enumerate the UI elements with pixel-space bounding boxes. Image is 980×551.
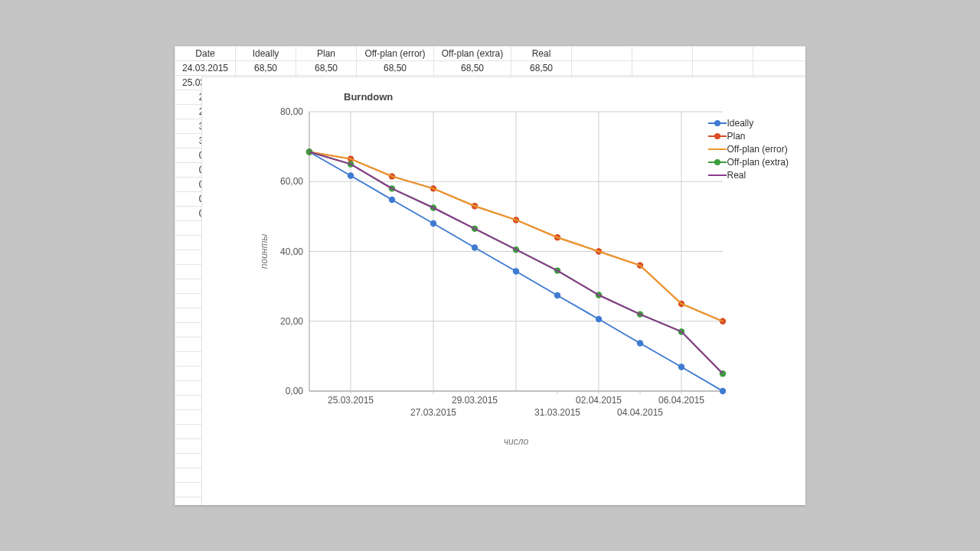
stage: DateIdeallyPlanOff-plan (error)Off-plan … xyxy=(0,0,980,551)
legend-swatch xyxy=(707,119,727,128)
legend-label: Plan xyxy=(727,131,746,142)
svg-point-18 xyxy=(348,172,354,178)
chart-legend: Ideally Plan Off-plan (error) Off-plan (… xyxy=(707,116,789,183)
svg-text:20,00: 20,00 xyxy=(280,316,303,327)
svg-text:60,00: 60,00 xyxy=(280,176,303,187)
legend-item[interactable]: Ideally xyxy=(707,118,789,129)
legend-label: Off-plan (extra) xyxy=(727,157,789,168)
table-cell[interactable]: 68,50 xyxy=(434,61,511,76)
legend-item[interactable]: Off-plan (extra) xyxy=(707,157,789,168)
svg-point-23 xyxy=(554,292,560,298)
table-cell[interactable]: 68,50 xyxy=(357,61,434,76)
svg-point-69 xyxy=(714,133,720,139)
legend-item[interactable]: Off-plan (error) xyxy=(707,144,789,155)
legend-swatch xyxy=(707,171,727,180)
svg-text:27.03.2015: 27.03.2015 xyxy=(410,407,456,418)
svg-text:31.03.2015: 31.03.2015 xyxy=(534,407,580,418)
legend-item[interactable]: Real xyxy=(707,170,789,181)
table-cell[interactable] xyxy=(753,61,806,76)
svg-text:04.04.2015: 04.04.2015 xyxy=(617,407,663,418)
table-cell[interactable] xyxy=(693,61,753,76)
svg-point-26 xyxy=(678,364,684,370)
svg-point-22 xyxy=(513,268,519,274)
table-header-cell[interactable]: Ideally xyxy=(236,47,296,61)
svg-text:40,00: 40,00 xyxy=(280,246,303,257)
table-header-cell[interactable] xyxy=(693,47,753,61)
table-header-cell[interactable]: Real xyxy=(511,47,572,61)
svg-text:поинты: поинты xyxy=(259,234,270,269)
table-cell[interactable]: 68,50 xyxy=(296,61,357,76)
table-header-cell[interactable]: Date xyxy=(175,47,236,61)
svg-point-21 xyxy=(472,244,478,250)
table-header-cell[interactable] xyxy=(753,47,806,61)
table-cell[interactable]: 68,50 xyxy=(511,61,572,76)
legend-swatch xyxy=(707,145,727,154)
table-cell[interactable] xyxy=(632,61,693,76)
spreadsheet-sheet: DateIdeallyPlanOff-plan (error)Off-plan … xyxy=(175,46,805,505)
svg-text:29.03.2015: 29.03.2015 xyxy=(452,395,498,406)
legend-label: Real xyxy=(727,170,746,181)
chart-plot: 0,0020,0040,0060,0080,0025.03.201529.03.… xyxy=(248,100,776,483)
legend-item[interactable]: Plan xyxy=(707,131,789,142)
svg-point-67 xyxy=(714,120,720,126)
table-header-cell[interactable] xyxy=(572,47,632,61)
svg-text:25.03.2015: 25.03.2015 xyxy=(328,395,374,406)
legend-swatch xyxy=(707,132,727,141)
svg-point-25 xyxy=(637,340,643,346)
legend-label: Ideally xyxy=(727,118,754,129)
svg-text:80,00: 80,00 xyxy=(280,106,303,117)
table-header-cell[interactable] xyxy=(632,47,693,61)
svg-point-20 xyxy=(430,220,436,227)
table-cell[interactable]: 68,50 xyxy=(236,61,296,76)
table-header-cell[interactable]: Off-plan (extra) xyxy=(434,47,511,61)
svg-point-27 xyxy=(720,388,726,394)
table-cell[interactable]: 24.03.2015 xyxy=(175,61,236,76)
legend-swatch xyxy=(707,158,727,167)
svg-point-72 xyxy=(714,159,720,165)
legend-label: Off-plan (error) xyxy=(727,144,788,155)
table-header-cell[interactable]: Plan xyxy=(296,47,357,61)
svg-text:число: число xyxy=(504,436,529,447)
table-cell[interactable] xyxy=(572,61,632,76)
chart-embedded[interactable]: Burndown 0,0020,0040,0060,0080,0025.03.2… xyxy=(201,77,805,505)
table-header-cell[interactable]: Off-plan (error) xyxy=(357,47,434,61)
svg-point-19 xyxy=(389,197,395,203)
svg-text:02.04.2015: 02.04.2015 xyxy=(576,395,622,406)
svg-point-24 xyxy=(596,316,602,322)
svg-text:06.04.2015: 06.04.2015 xyxy=(658,395,704,406)
svg-text:0,00: 0,00 xyxy=(286,386,304,396)
